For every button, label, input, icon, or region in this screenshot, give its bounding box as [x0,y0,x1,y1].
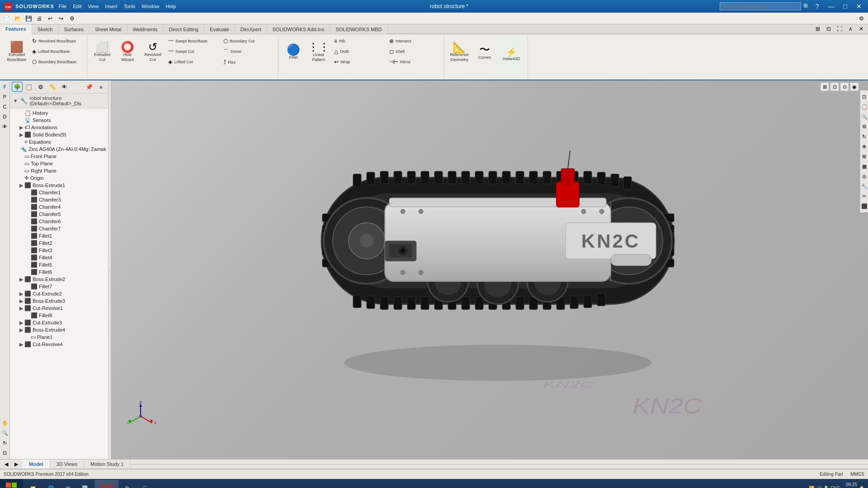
taskbar-solidworks[interactable]: SW [94,480,118,488]
mirror-button[interactable]: ⊣⊢ Mirror [387,57,441,67]
menu-window[interactable]: Window [139,3,162,10]
tab-weldments[interactable]: Weldments [127,24,164,34]
tree-arrow-cut_extrude3[interactable]: ▶ [18,320,24,326]
tab-model[interactable]: Model [23,460,50,469]
tab-3d-views[interactable]: 3D Views [50,460,84,469]
property-manager-tab[interactable]: P [0,92,9,101]
extruded-boss-base-button[interactable]: 🟫 Extruded Boss/Base [5,36,29,68]
close-ribbon-button[interactable]: ✕ [856,24,866,33]
tree-item-annotations[interactable]: ▶🏷Annotations [10,124,108,131]
tree-item-front_plane[interactable]: ▭Front Plane [10,153,108,160]
rib-button[interactable]: ≡ Rib [332,36,386,46]
tree-item-chamfer3[interactable]: ⬛Chamfer3 [10,196,108,203]
display-tab[interactable]: 👁 [59,82,70,92]
tree-item-boss_extrude3[interactable]: ▶⬛Boss-Extrude3 [10,297,108,305]
tree-item-fillet3[interactable]: ⬛Fillet3 [10,247,108,254]
display-manager-tab[interactable]: 👁 [0,122,9,131]
lofted-boss-base-button[interactable]: ◈ Lofted Boss/Base [30,47,84,56]
minimize-button[interactable]: — [825,2,838,11]
right-toolbar-btn-5[interactable]: ↻ [860,132,868,141]
tree-item-history[interactable]: 📋History [10,109,108,117]
minimize-ribbon-button[interactable]: ∧ [845,24,855,33]
tree-item-fillet2[interactable]: ⬛Fillet2 [10,239,108,247]
shell-button[interactable]: ◻ Shell [387,47,441,56]
tree-item-top_plane[interactable]: ▭Top Plane [10,160,108,167]
reference-geometry-button[interactable]: 📐 Reference Geometry [447,36,472,68]
tree-arrow-cut_revolve4[interactable]: ▶ [18,342,24,347]
tree-item-boss_extrude2[interactable]: ▶⬛Boss-Extrude2 [10,276,108,283]
tab-features[interactable]: Features [0,24,32,34]
tab-surfaces[interactable]: Surfaces [59,24,90,34]
config-tab[interactable]: ⚙ [35,82,46,92]
tree-item-material[interactable]: 🔩Zinc AG40A (Zn-4AI-0.4Mg: Zamak [10,145,108,153]
new-file-button[interactable]: 📄 [2,14,12,23]
tree-item-chamfer5[interactable]: ⬛Chamfer5 [10,211,108,218]
tab-add-ins[interactable]: SOLIDWORKS Add-Ins [267,24,330,34]
right-toolbar-btn-6[interactable]: ⊕ [860,142,868,151]
boundary-cut-button[interactable]: ⬡ Boundary Cut [221,36,275,46]
tree-arrow-cut_extrude2[interactable]: ▶ [18,291,24,297]
tree-item-fillet7[interactable]: ⬛Fillet7 [10,283,108,290]
curves-button[interactable]: 〜 Curves [472,36,497,68]
boundary-boss-base-button[interactable]: ⬡ Boundary Boss/Base [30,57,84,67]
taskbar-mail[interactable]: ✉ [61,480,75,488]
swept-boss-base-button[interactable]: 〰 Swept Boss/Base [166,36,220,46]
tree-item-boss_extrude1[interactable]: ▶⬛Boss-Extrude1 [10,182,108,189]
right-toolbar-btn-3[interactable]: 🔍 [860,112,868,121]
intersect-button[interactable]: ⊗ Intersect [387,36,441,46]
tab-scroll-left[interactable]: ◀ [2,460,11,469]
tree-root-arrow[interactable]: ▼ [13,98,18,103]
tab-evaluate[interactable]: Evaluate [204,24,235,34]
tree-item-boss_extrude4[interactable]: ▶⬛Boss-Extrude4 [10,326,108,333]
right-toolbar-btn-11[interactable]: ✂ [860,192,868,201]
tab-sheet-metal[interactable]: Sheet Metal [90,24,127,34]
tree-item-fillet1[interactable]: ⬛Fillet1 [10,232,108,239]
right-toolbar-btn-12[interactable]: ⬛ [860,202,868,211]
tree-item-plane1[interactable]: ▭Plane1 [10,333,108,341]
rotate-button[interactable]: ↻ [0,438,9,447]
feature-manager-tab[interactable]: F [0,82,9,91]
tab-sketch[interactable]: Sketch [32,24,59,34]
system-clock[interactable]: 09:25 19/4/17 [842,482,857,488]
search-input[interactable] [720,2,801,10]
3d-viewport[interactable]: ⊞ ⊡ ⊙ ◉ KN2C [111,80,868,459]
dome-button[interactable]: ⌒ Dome [221,47,275,57]
normal-to-button[interactable]: ⊡ [824,24,834,33]
tree-item-fillet5[interactable]: ⬛Fillet5 [10,261,108,268]
print-button[interactable]: 🖨 [34,14,44,23]
swept-cut-button[interactable]: 〰 Swept Cut [166,47,220,56]
taskbar-chrome[interactable]: 🌐 [42,480,60,488]
extruded-cut-button[interactable]: ⬜ ExtrudedCut [90,36,114,68]
tab-scroll-right[interactable]: ▶ [12,460,21,469]
tree-item-cut_revolve1[interactable]: ▶⬛Cut-Revolve1 [10,305,108,312]
tree-item-fillet8[interactable]: ⬛Fillet8 [10,312,108,319]
tree-arrow-boss_extrude2[interactable]: ▶ [18,277,24,282]
tree-arrow-cut_revolve1[interactable]: ▶ [18,305,24,311]
standard-views-button[interactable]: ⊞ [813,24,823,33]
tree-item-cut_extrude2[interactable]: ▶⬛Cut-Extrude2 [10,290,108,297]
zoom-fit-viewport-button[interactable]: ⊡ [830,82,839,91]
menu-tools[interactable]: Tools [121,3,138,10]
dim-tab[interactable]: 📏 [47,82,58,92]
linear-pattern-button[interactable]: ⋮⋮ Linear Pattern [307,36,331,68]
menu-help[interactable]: Help [163,3,179,10]
start-button[interactable] [0,479,23,488]
display-style-button[interactable]: ◉ [850,82,859,91]
tree-item-solid_bodies[interactable]: ▶⬛Solid Bodies(9) [10,131,108,138]
menu-view[interactable]: View [85,3,101,10]
help-button[interactable]: ? [812,2,823,11]
redo-button[interactable]: ↪ [56,14,66,23]
instant3d-button[interactable]: ⚡ Instant3D [498,36,525,72]
right-toolbar-btn-10[interactable]: 🔧 [860,182,868,191]
tree-arrow-boss_extrude3[interactable]: ▶ [18,298,24,304]
tab-mbd[interactable]: SOLIDWORKS MBD [330,24,387,34]
zoom-fit-button[interactable]: ⛶ [835,24,844,33]
zoom-button[interactable]: 🔍 [0,428,9,437]
menu-insert[interactable]: Insert [102,3,120,10]
revolved-cut-button[interactable]: ↺ Revolved Cut [141,36,165,68]
tree-item-cut_extrude3[interactable]: ▶⬛Cut-Extrude3 [10,319,108,326]
right-toolbar-btn-8[interactable]: ▦ [860,162,868,171]
maximize-button[interactable]: □ [840,2,851,11]
tree-arrow-solid_bodies[interactable]: ▶ [18,132,24,138]
tree-item-chamfer4[interactable]: ⬛Chamfer4 [10,203,108,211]
